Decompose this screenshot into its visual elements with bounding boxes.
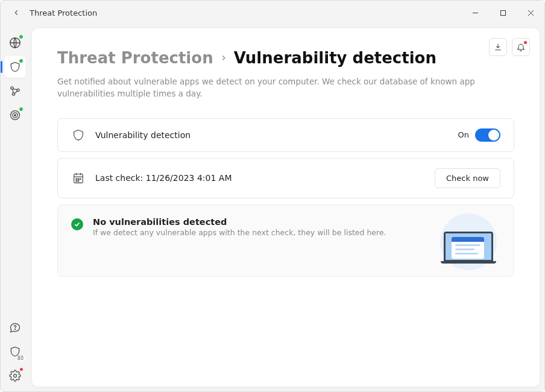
window-title: Threat Protection [27,8,461,17]
status-panel: No vulnerabilities detected If we detect… [57,204,514,277]
svg-point-23 [76,180,77,182]
svg-point-5 [11,87,13,89]
minimize-button[interactable] [461,1,489,25]
calendar-icon [71,171,86,185]
laptop-illustration [440,213,497,270]
sidebar-item-settings[interactable] [4,365,26,387]
detection-toggle-card: Vulnerability detection On [57,118,514,152]
detection-toggle-label: Vulnerability detection [95,130,458,140]
sidebar-item-meshnet[interactable] [4,80,26,102]
svg-point-13 [14,115,16,116]
main-content: Threat Protection Vulnerability detectio… [32,28,540,387]
svg-point-22 [80,179,81,180]
svg-point-24 [78,180,79,182]
status-dot-icon [19,107,24,112]
sidebar-item-vpn[interactable] [4,32,26,54]
shield-icon [71,128,86,142]
page-title: Vulnerability detection [234,49,436,67]
status-subtitle: If we detect any vulnerable apps with th… [93,228,386,237]
alert-dot-icon [523,40,528,45]
svg-line-9 [13,89,13,93]
status-dot-icon [19,58,24,63]
svg-point-15 [14,375,17,378]
svg-line-8 [13,89,17,90]
status-title: No vulnerabilities detected [93,217,386,227]
svg-line-10 [14,91,17,93]
svg-point-14 [15,329,16,329]
detection-toggle[interactable] [475,128,500,142]
window-controls [461,1,544,25]
maximize-button[interactable] [489,1,517,25]
breadcrumb: Threat Protection Vulnerability detectio… [57,49,514,67]
svg-rect-1 [500,10,505,15]
chevron-right-icon [219,54,228,62]
download-button[interactable] [489,38,507,56]
status-dot-icon [19,34,24,39]
titlebar: Threat Protection [1,1,544,25]
sidebar-item-threat-protection[interactable] [4,56,26,78]
svg-point-20 [76,179,77,180]
last-check-label: Last check: 11/26/2023 4:01 AM [95,173,435,183]
sidebar-item-stats[interactable]: 80 [4,341,26,362]
check-now-button[interactable]: Check now [435,168,500,188]
notifications-button[interactable] [512,38,530,56]
breadcrumb-parent[interactable]: Threat Protection [57,49,213,67]
sidebar: 80 [1,25,30,391]
sidebar-item-help[interactable] [4,317,26,338]
checkmark-icon [71,218,83,230]
toggle-state-text: On [458,130,469,139]
last-check-card: Last check: 11/26/2023 4:01 AM Check now [57,158,514,198]
sidebar-item-darkweb[interactable] [4,104,26,126]
close-button[interactable] [517,1,544,25]
svg-point-21 [78,179,79,180]
alert-dot-icon [19,367,24,371]
stats-badge: 80 [16,356,25,361]
page-description: Get notified about vulnerable apps we de… [57,75,503,100]
back-button[interactable] [5,2,27,24]
